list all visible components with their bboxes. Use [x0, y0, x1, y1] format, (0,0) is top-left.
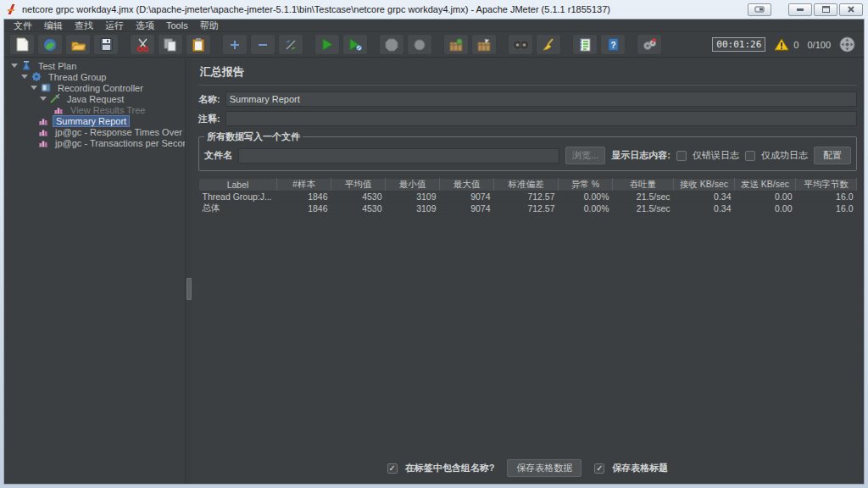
http-recorder-button[interactable]: [443, 34, 469, 55]
shutdown-button[interactable]: [407, 34, 432, 55]
stop-button[interactable]: [379, 34, 404, 55]
expand-arrow-icon[interactable]: [11, 64, 18, 68]
column-header[interactable]: 吞吐量: [613, 179, 674, 191]
menu-edit[interactable]: 编辑: [38, 19, 69, 32]
cell-sent-kb: 0.00: [735, 191, 796, 202]
cell-average: 4530: [331, 191, 386, 202]
table-row[interactable]: Thread Group:J... 1846 4530 3109 9074 71…: [199, 191, 857, 202]
column-header[interactable]: #样本: [277, 179, 331, 191]
tree-node-view-results-tree[interactable]: View Results Tree: [4, 104, 185, 115]
cell-min: 3109: [386, 191, 440, 202]
expand-all-button[interactable]: [222, 34, 248, 55]
expand-arrow-icon[interactable]: [40, 97, 47, 101]
column-header[interactable]: 接收 KB/sec: [674, 179, 735, 191]
menu-search[interactable]: 查找: [69, 19, 99, 32]
save-headers-checkbox[interactable]: [594, 463, 604, 474]
save-table-data-button[interactable]: 保存表格数据: [507, 459, 581, 477]
tree-node-response-times-over-time[interactable]: jp@gc - Response Times Over Time: [4, 126, 185, 137]
panel-splitter[interactable]: [186, 58, 192, 484]
name-input[interactable]: [225, 92, 857, 107]
cell-stddev: 712.57: [494, 191, 559, 202]
jmeter-app-icon: [5, 3, 17, 15]
new-button[interactable]: [9, 34, 35, 55]
column-header[interactable]: 标准偏差: [494, 179, 559, 191]
ime-button[interactable]: [748, 3, 771, 16]
write-results-legend: 所有数据写入一个文件: [204, 130, 303, 143]
minimize-button[interactable]: [788, 3, 812, 16]
column-header[interactable]: Label: [199, 179, 277, 191]
tree-node-summary-report[interactable]: Summary Report: [4, 115, 185, 126]
table-row[interactable]: 总体 1846 4530 3109 9074 712.57 0.00% 21.5…: [199, 202, 857, 215]
search-button[interactable]: [508, 34, 533, 55]
column-header[interactable]: 平均字节数: [796, 179, 857, 191]
tree-node-transactions-per-second[interactable]: jp@gc - Transactions per Second: [4, 137, 185, 148]
window-title: netcore grpc workday4.jmx (D:\apache-jme…: [22, 4, 743, 14]
tree-node-thread-group[interactable]: Thread Group: [4, 71, 185, 82]
filename-label: 文件名: [204, 149, 232, 162]
filename-input[interactable]: [238, 148, 559, 164]
remote-indicator-icon: [839, 36, 855, 53]
warning-icon[interactable]: [774, 38, 789, 51]
column-header[interactable]: 异常 %: [559, 179, 613, 191]
configure-button[interactable]: 配置: [814, 147, 851, 164]
comments-input[interactable]: [225, 111, 857, 126]
write-results-group: 所有数据写入一个文件 文件名 浏览... 显示日志内容: 仅错误日志 仅成功日志…: [198, 130, 857, 171]
table-header-row: Label #样本 平均值 最小值 最大值 标准偏差 异常 % 吞吐量 接收 K…: [199, 179, 857, 191]
browse-button[interactable]: 浏览...: [565, 147, 605, 164]
cell-sent-kb: 0.00: [735, 202, 796, 215]
toolbar: ? 00:01:26 0 0/100: [4, 32, 864, 58]
success-only-label[interactable]: 仅成功日志: [761, 149, 808, 162]
collapse-all-button[interactable]: [250, 34, 275, 55]
summary-report-panel: 汇总报告 名称: 注释: 所有数据写入一个文件 文件名 浏览... 显示日志内容…: [192, 58, 864, 484]
listener-chart-icon: [53, 105, 64, 114]
clear-all-button[interactable]: [536, 34, 561, 55]
cell-error-pct: 0.00%: [559, 202, 613, 215]
cell-label: 总体: [199, 202, 277, 215]
success-only-checkbox[interactable]: [745, 151, 755, 161]
http-recorder-alt-button[interactable]: [471, 34, 497, 55]
menu-file[interactable]: 文件: [8, 19, 38, 32]
tree-node-test-plan[interactable]: Test Plan: [4, 60, 185, 71]
include-group-name-checkbox[interactable]: [387, 463, 398, 474]
thread-count: 0/100: [807, 40, 831, 50]
close-button[interactable]: [839, 3, 863, 16]
toggle-button[interactable]: [278, 34, 303, 55]
menu-options[interactable]: 选项: [130, 19, 160, 32]
column-header[interactable]: 最小值: [386, 179, 440, 191]
cell-max: 9074: [440, 202, 494, 215]
include-group-name-label[interactable]: 在标签中包含组名称?: [405, 462, 495, 474]
cell-avg-bytes: 16.0: [796, 202, 857, 215]
column-header[interactable]: 最大值: [440, 179, 494, 191]
save-headers-label[interactable]: 保存表格标题: [612, 462, 668, 474]
expand-arrow-icon[interactable]: [31, 86, 37, 90]
paste-button[interactable]: [186, 34, 211, 55]
menu-help[interactable]: 帮助: [194, 19, 225, 32]
test-plan-tree: Test Plan Thread Group Recording Control…: [4, 58, 186, 484]
copy-button[interactable]: [158, 34, 183, 55]
title-bar[interactable]: netcore grpc workday4.jmx (D:\apache-jme…: [3, 0, 865, 19]
open-button[interactable]: [65, 34, 91, 55]
errors-only-label[interactable]: 仅错误日志: [693, 149, 739, 162]
column-header[interactable]: 平均值: [331, 179, 386, 191]
start-button[interactable]: [314, 34, 340, 55]
ssl-manager-button[interactable]: [637, 34, 662, 55]
listener-chart-icon: [38, 127, 48, 136]
menu-tools[interactable]: Tools: [160, 20, 194, 30]
test-plan-icon: [21, 61, 31, 70]
expand-arrow-icon[interactable]: [21, 75, 28, 79]
menu-run[interactable]: 运行: [99, 19, 130, 32]
save-button[interactable]: [93, 34, 119, 55]
tree-node-recording-controller[interactable]: Recording Controller: [4, 82, 185, 93]
column-header[interactable]: 发送 KB/sec: [735, 179, 796, 191]
cut-button[interactable]: [130, 34, 155, 55]
function-helper-button[interactable]: [572, 34, 598, 55]
thread-group-icon: [31, 72, 42, 81]
templates-button[interactable]: [37, 34, 63, 55]
errors-only-checkbox[interactable]: [676, 151, 687, 161]
start-no-pauses-button[interactable]: [342, 34, 368, 55]
tree-node-java-request[interactable]: Java Request: [4, 93, 185, 104]
help-button[interactable]: ?: [600, 34, 626, 55]
cell-received-kb: 0.34: [674, 191, 735, 202]
maximize-button[interactable]: [814, 3, 837, 16]
cell-avg-bytes: 16.0: [796, 191, 857, 202]
